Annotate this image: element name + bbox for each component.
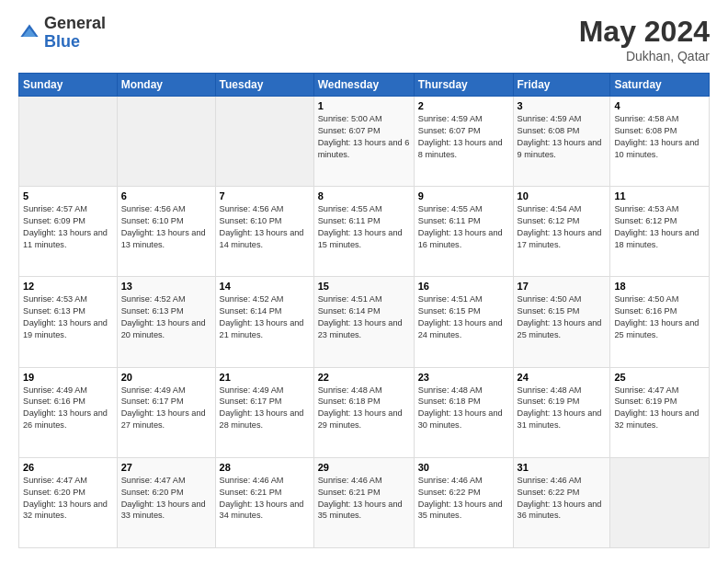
calendar-cell (215, 97, 313, 187)
calendar-cell: 14Sunrise: 4:52 AM Sunset: 6:14 PM Dayli… (215, 277, 313, 367)
day-info: Sunrise: 4:51 AM Sunset: 6:14 PM Dayligh… (318, 293, 410, 341)
day-number: 30 (418, 462, 509, 473)
day-info: Sunrise: 4:48 AM Sunset: 6:18 PM Dayligh… (418, 385, 509, 432)
day-number: 8 (318, 190, 410, 201)
day-info: Sunrise: 4:53 AM Sunset: 6:13 PM Dayligh… (23, 293, 113, 341)
col-tuesday: Tuesday (215, 74, 313, 97)
day-number: 25 (614, 372, 705, 383)
day-number: 31 (518, 462, 607, 473)
day-number: 5 (23, 190, 113, 201)
calendar-cell (19, 97, 118, 187)
day-number: 11 (614, 190, 705, 201)
day-number: 22 (318, 372, 410, 383)
calendar-cell: 29Sunrise: 4:46 AM Sunset: 6:21 PM Dayli… (313, 457, 414, 547)
day-number: 28 (220, 462, 310, 473)
calendar-cell: 28Sunrise: 4:46 AM Sunset: 6:21 PM Dayli… (215, 457, 313, 547)
calendar-cell: 26Sunrise: 4:47 AM Sunset: 6:20 PM Dayli… (19, 457, 118, 547)
logo-general: General (44, 15, 106, 33)
calendar-cell: 20Sunrise: 4:49 AM Sunset: 6:17 PM Dayli… (117, 367, 215, 457)
day-info: Sunrise: 4:58 AM Sunset: 6:08 PM Dayligh… (614, 113, 705, 161)
calendar-cell: 3Sunrise: 4:59 AM Sunset: 6:08 PM Daylig… (513, 97, 610, 187)
calendar-cell: 5Sunrise: 4:57 AM Sunset: 6:09 PM Daylig… (19, 187, 118, 277)
calendar-week-1: 1Sunrise: 5:00 AM Sunset: 6:07 PM Daylig… (19, 97, 710, 187)
col-friday: Friday (513, 74, 610, 97)
day-info: Sunrise: 4:51 AM Sunset: 6:15 PM Dayligh… (418, 293, 509, 341)
day-number: 14 (220, 281, 310, 292)
calendar-cell: 6Sunrise: 4:56 AM Sunset: 6:10 PM Daylig… (117, 187, 215, 277)
day-number: 21 (220, 372, 310, 383)
calendar-cell: 23Sunrise: 4:48 AM Sunset: 6:18 PM Dayli… (414, 367, 513, 457)
day-info: Sunrise: 4:48 AM Sunset: 6:19 PM Dayligh… (518, 385, 607, 432)
calendar-cell: 9Sunrise: 4:55 AM Sunset: 6:11 PM Daylig… (414, 187, 513, 277)
logo: General Blue (18, 15, 106, 52)
day-info: Sunrise: 4:47 AM Sunset: 6:20 PM Dayligh… (23, 475, 113, 523)
day-number: 4 (614, 100, 705, 111)
calendar-cell: 17Sunrise: 4:50 AM Sunset: 6:15 PM Dayli… (513, 277, 610, 367)
calendar-cell: 2Sunrise: 4:59 AM Sunset: 6:07 PM Daylig… (414, 97, 513, 187)
day-number: 26 (23, 462, 113, 473)
day-info: Sunrise: 4:54 AM Sunset: 6:12 PM Dayligh… (518, 203, 607, 251)
day-info: Sunrise: 4:46 AM Sunset: 6:22 PM Dayligh… (418, 475, 509, 523)
col-sunday: Sunday (19, 74, 118, 97)
calendar-week-2: 5Sunrise: 4:57 AM Sunset: 6:09 PM Daylig… (19, 187, 710, 277)
col-monday: Monday (117, 74, 215, 97)
day-number: 19 (23, 372, 113, 383)
header: General Blue May 2024 Dukhan, Qatar (18, 15, 710, 63)
day-number: 18 (614, 281, 705, 292)
calendar-cell: 18Sunrise: 4:50 AM Sunset: 6:16 PM Dayli… (610, 277, 710, 367)
day-info: Sunrise: 4:56 AM Sunset: 6:10 PM Dayligh… (121, 203, 211, 251)
day-number: 17 (518, 281, 607, 292)
day-number: 7 (220, 190, 310, 201)
day-number: 15 (318, 281, 410, 292)
col-saturday: Saturday (610, 74, 710, 97)
calendar-cell: 31Sunrise: 4:46 AM Sunset: 6:22 PM Dayli… (513, 457, 610, 547)
day-info: Sunrise: 4:46 AM Sunset: 6:21 PM Dayligh… (318, 475, 410, 523)
calendar-cell: 10Sunrise: 4:54 AM Sunset: 6:12 PM Dayli… (513, 187, 610, 277)
calendar-cell: 11Sunrise: 4:53 AM Sunset: 6:12 PM Dayli… (610, 187, 710, 277)
day-info: Sunrise: 4:49 AM Sunset: 6:17 PM Dayligh… (121, 385, 211, 432)
calendar-header-row: Sunday Monday Tuesday Wednesday Thursday… (19, 74, 710, 97)
col-thursday: Thursday (414, 74, 513, 97)
day-number: 16 (418, 281, 509, 292)
calendar-cell: 4Sunrise: 4:58 AM Sunset: 6:08 PM Daylig… (610, 97, 710, 187)
day-info: Sunrise: 4:49 AM Sunset: 6:17 PM Dayligh… (220, 385, 310, 432)
calendar-cell: 27Sunrise: 4:47 AM Sunset: 6:20 PM Dayli… (117, 457, 215, 547)
day-info: Sunrise: 4:52 AM Sunset: 6:14 PM Dayligh… (220, 293, 310, 341)
calendar-cell: 1Sunrise: 5:00 AM Sunset: 6:07 PM Daylig… (313, 97, 414, 187)
calendar-cell (117, 97, 215, 187)
calendar-week-4: 19Sunrise: 4:49 AM Sunset: 6:16 PM Dayli… (19, 367, 710, 457)
calendar-cell (610, 457, 710, 547)
sub-title: Dukhan, Qatar (579, 49, 710, 63)
day-info: Sunrise: 4:49 AM Sunset: 6:16 PM Dayligh… (23, 385, 113, 432)
day-info: Sunrise: 4:48 AM Sunset: 6:18 PM Dayligh… (318, 385, 410, 432)
day-info: Sunrise: 5:00 AM Sunset: 6:07 PM Dayligh… (318, 113, 410, 161)
day-number: 24 (518, 372, 607, 383)
logo-blue: Blue (44, 33, 106, 52)
calendar-cell: 19Sunrise: 4:49 AM Sunset: 6:16 PM Dayli… (19, 367, 118, 457)
day-info: Sunrise: 4:50 AM Sunset: 6:15 PM Dayligh… (518, 293, 607, 341)
main-title: May 2024 (579, 15, 710, 49)
calendar-cell: 8Sunrise: 4:55 AM Sunset: 6:11 PM Daylig… (313, 187, 414, 277)
day-number: 10 (518, 190, 607, 201)
calendar-cell: 30Sunrise: 4:46 AM Sunset: 6:22 PM Dayli… (414, 457, 513, 547)
calendar-cell: 7Sunrise: 4:56 AM Sunset: 6:10 PM Daylig… (215, 187, 313, 277)
col-wednesday: Wednesday (313, 74, 414, 97)
day-info: Sunrise: 4:55 AM Sunset: 6:11 PM Dayligh… (418, 203, 509, 251)
calendar-cell: 25Sunrise: 4:47 AM Sunset: 6:19 PM Dayli… (610, 367, 710, 457)
day-number: 3 (518, 100, 607, 111)
calendar-cell: 24Sunrise: 4:48 AM Sunset: 6:19 PM Dayli… (513, 367, 610, 457)
day-number: 13 (121, 281, 211, 292)
day-info: Sunrise: 4:52 AM Sunset: 6:13 PM Dayligh… (121, 293, 211, 341)
day-number: 29 (318, 462, 410, 473)
calendar-cell: 15Sunrise: 4:51 AM Sunset: 6:14 PM Dayli… (313, 277, 414, 367)
day-info: Sunrise: 4:46 AM Sunset: 6:21 PM Dayligh… (220, 475, 310, 523)
day-info: Sunrise: 4:59 AM Sunset: 6:07 PM Dayligh… (418, 113, 509, 161)
day-number: 27 (121, 462, 211, 473)
day-info: Sunrise: 4:46 AM Sunset: 6:22 PM Dayligh… (518, 475, 607, 523)
day-info: Sunrise: 4:56 AM Sunset: 6:10 PM Dayligh… (220, 203, 310, 251)
calendar-cell: 13Sunrise: 4:52 AM Sunset: 6:13 PM Dayli… (117, 277, 215, 367)
day-info: Sunrise: 4:53 AM Sunset: 6:12 PM Dayligh… (614, 203, 705, 251)
day-number: 9 (418, 190, 509, 201)
day-info: Sunrise: 4:50 AM Sunset: 6:16 PM Dayligh… (614, 293, 705, 341)
day-info: Sunrise: 4:47 AM Sunset: 6:19 PM Dayligh… (614, 385, 705, 432)
